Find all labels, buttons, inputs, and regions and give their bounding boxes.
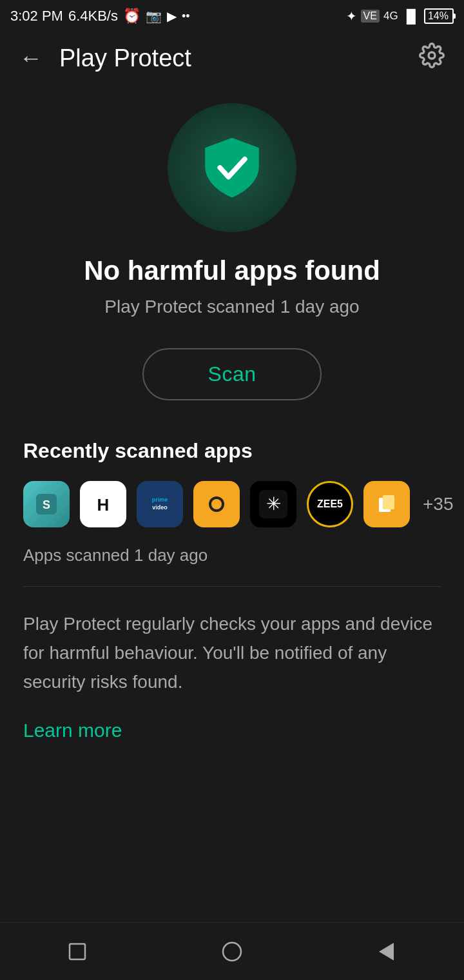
- prime-video-app-icon: prime video: [146, 490, 174, 518]
- battery-icon: 14%: [424, 8, 454, 24]
- youtube-icon: ▶: [167, 8, 177, 24]
- vpn-icon: VE: [361, 10, 380, 23]
- zee5-label: ZEE5: [317, 498, 343, 510]
- svg-marker-18: [380, 944, 393, 959]
- recently-scanned-section: Recently scanned apps S H: [23, 439, 441, 741]
- alarm-icon: ⏰: [123, 8, 140, 24]
- app-icons-row: S H prime video: [23, 481, 441, 527]
- back-nav-button[interactable]: [367, 932, 406, 971]
- status-title: No harmful apps found: [84, 255, 380, 286]
- svg-text:✳: ✳: [266, 494, 281, 514]
- page-title: Play Protect: [59, 44, 412, 72]
- bottom-nav: [0, 922, 464, 980]
- info-description: Play Protect regularly checks your apps …: [23, 610, 441, 696]
- status-right: ✦ VE 4G ▐▌ 14%: [346, 8, 454, 24]
- yellow-app-icon: [202, 490, 231, 518]
- back-triangle-icon: [375, 940, 398, 963]
- svg-rect-15: [383, 495, 394, 509]
- time-display: 3:02 PM: [10, 8, 63, 24]
- learn-more-link[interactable]: Learn more: [23, 720, 122, 741]
- app-icon-2: H: [80, 481, 126, 527]
- status-subtitle: Play Protect scanned 1 day ago: [104, 297, 359, 317]
- main-content: No harmful apps found Play Protect scann…: [0, 84, 464, 761]
- status-bar: 3:02 PM 6.4KB/s ⏰ 📷 ▶ •• ✦ VE 4G ▐▌ 14%: [0, 0, 464, 32]
- battery-percent: 14%: [428, 10, 449, 21]
- svg-rect-16: [70, 944, 85, 959]
- files-app-icon: [363, 481, 410, 527]
- settings-button[interactable]: [412, 36, 451, 81]
- svg-text:H: H: [97, 495, 110, 514]
- back-button[interactable]: ←: [13, 38, 49, 78]
- svg-point-17: [223, 943, 241, 961]
- app-icon-1: S: [23, 481, 70, 527]
- svg-point-0: [429, 52, 435, 59]
- network-speed: 6.4KB/s: [68, 8, 118, 24]
- nav-bar: ← Play Protect: [0, 32, 464, 84]
- svg-text:S: S: [43, 498, 50, 511]
- bluetooth-icon: ✦: [346, 8, 357, 24]
- shield-checkmark-icon: [197, 132, 267, 203]
- shield-container: [168, 103, 296, 232]
- asterisk-app-icon: ✳: [259, 490, 287, 518]
- svg-text:prime: prime: [152, 496, 168, 503]
- network-4g-icon: 4G: [383, 10, 398, 23]
- h-app-icon: H: [89, 490, 117, 518]
- signal-icon: ▐▌: [402, 9, 420, 24]
- home-button[interactable]: [213, 932, 251, 971]
- square-icon: [66, 940, 89, 963]
- apps-scanned-text: Apps scanned 1 day ago: [23, 545, 441, 565]
- sticker-app-icon: S: [34, 491, 59, 517]
- home-circle-icon: [220, 940, 244, 963]
- status-left: 3:02 PM 6.4KB/s ⏰ 📷 ▶ ••: [10, 8, 190, 24]
- gear-icon: [419, 43, 445, 68]
- more-dots: ••: [182, 10, 190, 23]
- svg-text:video: video: [152, 504, 168, 511]
- app-icon-4: [193, 481, 240, 527]
- section-divider: [23, 586, 441, 587]
- recents-button[interactable]: [58, 932, 97, 971]
- svg-point-10: [211, 499, 222, 509]
- files-app-icon-svg: [372, 490, 401, 518]
- app-icon-5: ✳: [250, 481, 296, 527]
- instagram-icon: 📷: [146, 8, 162, 24]
- zee5-app-icon: ZEE5: [307, 481, 353, 527]
- prime-video-icon: prime video: [137, 481, 183, 527]
- more-apps-count: +35: [423, 494, 454, 514]
- scan-button[interactable]: Scan: [142, 348, 322, 400]
- recently-scanned-title: Recently scanned apps: [23, 439, 441, 463]
